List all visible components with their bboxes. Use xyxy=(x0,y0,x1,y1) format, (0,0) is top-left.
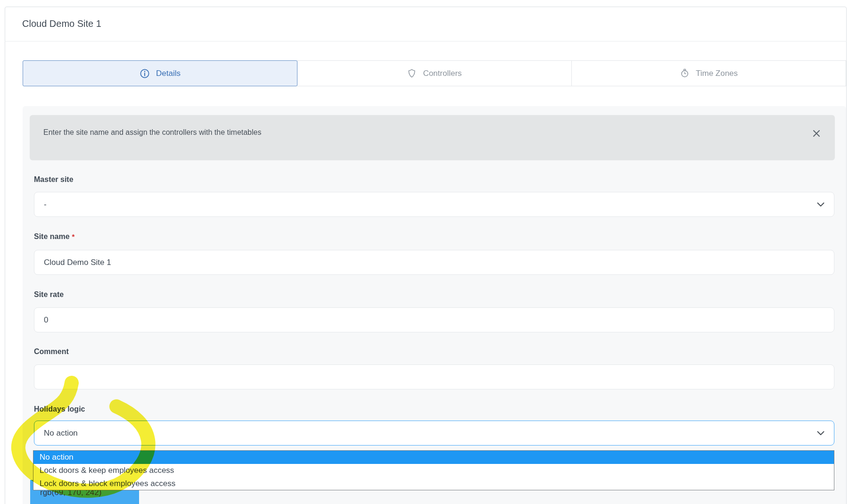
tab-controllers-label: Controllers xyxy=(423,69,462,78)
chevron-down-icon xyxy=(817,431,824,436)
holidays-logic-value: No action xyxy=(44,429,78,438)
dropdown-option-lock-block-access[interactable]: Lock doors & block employees access xyxy=(33,477,834,490)
card-header: Cloud Demo Site 1 xyxy=(5,7,847,41)
required-marker: * xyxy=(72,232,75,240)
page-title: Cloud Demo Site 1 xyxy=(5,18,101,29)
shield-icon xyxy=(407,68,417,78)
master-site-value: - xyxy=(44,200,47,209)
site-editor-page: Cloud Demo Site 1 Details Controllers Ti… xyxy=(0,0,849,504)
dropdown-option-no-action[interactable]: No action xyxy=(33,451,834,464)
chevron-down-icon xyxy=(817,202,824,207)
site-rate-input[interactable] xyxy=(34,307,834,332)
tab-time-zones-label: Time Zones xyxy=(696,69,738,78)
tab-details-label: Details xyxy=(156,69,181,78)
comment-input[interactable] xyxy=(34,364,834,389)
watch-icon xyxy=(680,68,690,78)
master-site-label: Master site xyxy=(34,175,74,184)
site-name-label: Site name* xyxy=(34,232,74,241)
hint-banner-text: Enter the site name and assign the contr… xyxy=(43,128,261,137)
tab-time-zones[interactable]: Time Zones xyxy=(571,60,846,86)
holidays-logic-dropdown-list: No action Lock doors & keep employees ac… xyxy=(33,450,834,490)
info-icon xyxy=(140,68,150,79)
site-rate-label: Site rate xyxy=(34,290,64,299)
holidays-logic-select[interactable]: No action xyxy=(34,421,834,446)
dropdown-option-lock-keep-access[interactable]: Lock doors & keep employees access xyxy=(33,464,834,477)
hint-banner: Enter the site name and assign the contr… xyxy=(30,115,835,160)
master-site-select[interactable]: - xyxy=(34,192,834,217)
tab-bar: Details Controllers Time Zones xyxy=(23,60,846,86)
close-icon[interactable] xyxy=(811,128,822,139)
comment-label: Comment xyxy=(34,347,69,356)
site-name-input[interactable] xyxy=(34,250,834,275)
tab-details[interactable]: Details xyxy=(23,60,297,86)
holidays-logic-label: Holidays logic xyxy=(34,405,85,413)
tab-controllers[interactable]: Controllers xyxy=(297,60,572,86)
